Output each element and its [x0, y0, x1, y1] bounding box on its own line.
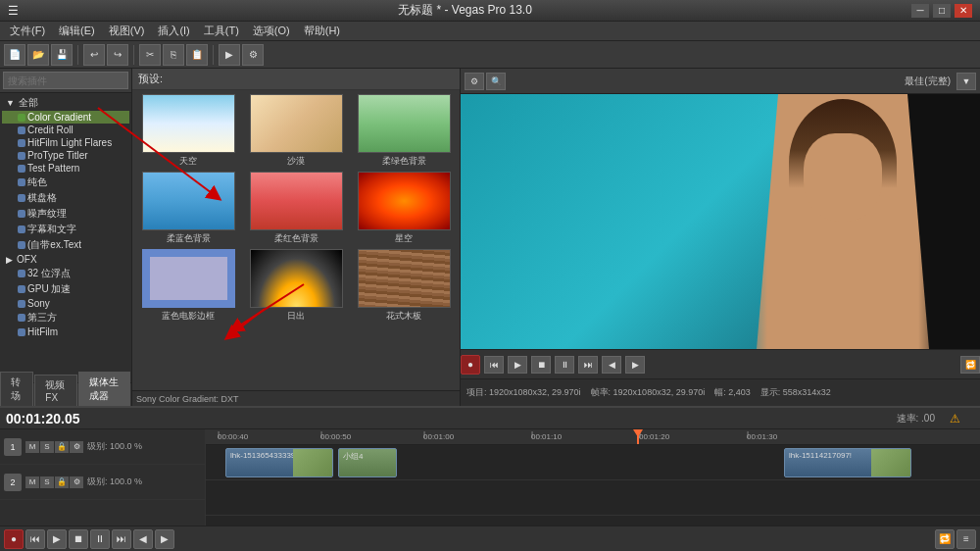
track-settings-2[interactable]: ⚙ — [70, 476, 83, 488]
clip-1b[interactable]: 小组4 — [338, 448, 397, 477]
preset-blue[interactable]: 柔蓝色背景 — [136, 172, 240, 245]
track-lock-1[interactable]: 🔒 — [55, 441, 69, 453]
track-row-1: 1 M S 🔒 ⚙ 级别: 100.0 % — [0, 429, 205, 465]
transport-loop[interactable]: 🔁 — [935, 529, 955, 549]
new-button[interactable]: 📄 — [4, 44, 25, 66]
transport-play[interactable]: ▶ — [47, 529, 67, 549]
playhead[interactable] — [637, 429, 639, 444]
warning-icon: ⚠ — [950, 412, 960, 426]
tree-item-color-gradient[interactable]: Color Gradient — [2, 111, 129, 124]
goto-end[interactable]: ⏭ — [578, 356, 598, 374]
clip-1a[interactable]: lhk-151365433339 — [225, 448, 333, 477]
preset-thumb-blue — [142, 172, 235, 230]
preset-red[interactable]: 柔红色背景 — [244, 172, 348, 245]
tree-item-dot — [18, 126, 25, 134]
render-button[interactable]: ▶ — [219, 44, 240, 66]
timeline-tracks[interactable]: 00:00:40 00:00:50 00:01:00 00:01:10 00:0… — [206, 429, 980, 526]
tree-item-dot — [18, 300, 25, 308]
tree-item-extext[interactable]: (自带ex.Text — [2, 237, 129, 253]
menu-options[interactable]: 选项(O) — [247, 22, 296, 40]
tree-item-32bit[interactable]: 32 位浮点 — [2, 266, 129, 281]
transport-pause[interactable]: ⏸ — [90, 529, 110, 549]
minimize-button[interactable]: ─ — [911, 4, 929, 18]
transport-stop[interactable]: ⏹ — [69, 529, 88, 549]
tab-video-fx[interactable]: 视频 FX — [34, 375, 77, 406]
menu-tools[interactable]: 工具(T) — [198, 22, 245, 40]
tree-item-ofx[interactable]: ▶ OFX — [2, 253, 129, 266]
track-mute-2[interactable]: M — [25, 476, 39, 488]
quality-dropdown[interactable]: ▼ — [956, 73, 976, 90]
goto-start[interactable]: ⏮ — [484, 356, 504, 374]
close-button[interactable]: ✕ — [955, 4, 972, 18]
tree-item-test-pattern[interactable]: Test Pattern — [2, 162, 129, 175]
save-button[interactable]: 💾 — [51, 44, 73, 66]
tree-item-label: 纯色 — [27, 175, 47, 189]
transport-goto-end[interactable]: ⏭ — [112, 529, 131, 549]
tree-item-hitfilm2[interactable]: HitFilm — [2, 326, 129, 338]
transport-next[interactable]: ▶ — [155, 529, 174, 549]
preset-green[interactable]: 柔绿色背景 — [352, 94, 456, 168]
tree-item-checkerboard[interactable]: 棋盘格 — [2, 190, 129, 206]
paste-button[interactable]: 📋 — [186, 44, 208, 66]
redo-button[interactable]: ↪ — [107, 44, 128, 66]
menu-insert[interactable]: 插入(I) — [152, 22, 195, 40]
tree-item-sony[interactable]: Sony — [2, 297, 129, 310]
track-solo-1[interactable]: S — [40, 441, 54, 453]
copy-button[interactable]: ⎘ — [163, 44, 184, 66]
track-settings-1[interactable]: ⚙ — [70, 441, 83, 453]
tree-item-solid[interactable]: 纯色 — [2, 175, 129, 190]
preset-sunrise[interactable]: 日出 — [244, 249, 348, 323]
track-lock-2[interactable]: 🔒 — [55, 476, 69, 488]
toolbar-separator-3 — [213, 45, 214, 65]
tree-item-credit-roll[interactable]: Credit Roll — [2, 124, 129, 136]
preview-settings[interactable]: ⚙ — [465, 73, 484, 90]
preset-cinema[interactable]: 蓝色电影边框 — [136, 249, 240, 323]
tree-item-text[interactable]: 字幕和文字 — [2, 222, 129, 237]
clip-thumb — [871, 449, 910, 476]
settings-button[interactable]: ⚙ — [242, 44, 264, 66]
pause-button[interactable]: ⏸ — [555, 356, 574, 374]
menu-view[interactable]: 视图(V) — [103, 22, 151, 40]
tree-item-dot — [18, 328, 25, 336]
preset-sand[interactable]: 沙漠 — [244, 94, 348, 168]
play-button[interactable]: ▶ — [508, 356, 527, 374]
track-controls-mini-2: M S 🔒 ⚙ — [25, 476, 83, 488]
menu-file[interactable]: 文件(F) — [4, 22, 51, 40]
tab-transitions[interactable]: 转场 — [0, 372, 33, 406]
middle-panel: 预设: 天空 沙漠 柔绿色背景 柔蓝色背景 柔红色背景 — [132, 69, 461, 406]
tree-item-all[interactable]: ▼ 全部 — [2, 95, 129, 111]
clip-label: lhk-15114217097! — [789, 451, 852, 460]
preset-wood[interactable]: 花式木板 — [352, 249, 456, 323]
search-input[interactable] — [3, 72, 128, 89]
window-controls[interactable]: ─ □ ✕ — [911, 4, 972, 18]
tree-item-dot — [18, 165, 25, 173]
undo-button[interactable]: ↩ — [83, 44, 105, 66]
transport-more[interactable]: ≡ — [956, 529, 976, 549]
preview-zoom[interactable]: 🔍 — [486, 73, 506, 90]
tree-item-noise[interactable]: 噪声纹理 — [2, 206, 129, 222]
transport-prev[interactable]: ◀ — [133, 529, 153, 549]
tree-item-protype[interactable]: ProType Titler — [2, 149, 129, 162]
loop-button[interactable]: 🔁 — [960, 356, 980, 374]
tree-item-label: Color Gradient — [27, 112, 91, 123]
track-mute-1[interactable]: M — [25, 441, 39, 453]
tree-item-gpu[interactable]: GPU 加速 — [2, 281, 129, 297]
transport-goto-start[interactable]: ⏮ — [25, 529, 45, 549]
tree-item-hitfilm[interactable]: HitFilm Light Flares — [2, 136, 129, 149]
tree-item-thirdparty[interactable]: 第三方 — [2, 310, 129, 326]
record-button[interactable]: ● — [461, 355, 480, 375]
transport-record[interactable]: ● — [4, 529, 24, 549]
stop-button[interactable]: ⏹ — [531, 356, 551, 374]
preset-sky[interactable]: 天空 — [136, 94, 240, 168]
preset-star[interactable]: 星空 — [352, 172, 456, 245]
open-button[interactable]: 📂 — [27, 44, 49, 66]
menu-edit[interactable]: 编辑(E) — [53, 22, 101, 40]
next-frame[interactable]: ▶ — [625, 356, 645, 374]
menu-help[interactable]: 帮助(H) — [298, 22, 346, 40]
cut-button[interactable]: ✂ — [139, 44, 161, 66]
tab-media-generator[interactable]: 媒体生成器 — [78, 372, 130, 406]
prev-frame[interactable]: ◀ — [602, 356, 621, 374]
clip-1c[interactable]: lhk-15114217097! — [784, 448, 911, 477]
maximize-button[interactable]: □ — [933, 4, 951, 18]
track-solo-2[interactable]: S — [40, 476, 54, 488]
